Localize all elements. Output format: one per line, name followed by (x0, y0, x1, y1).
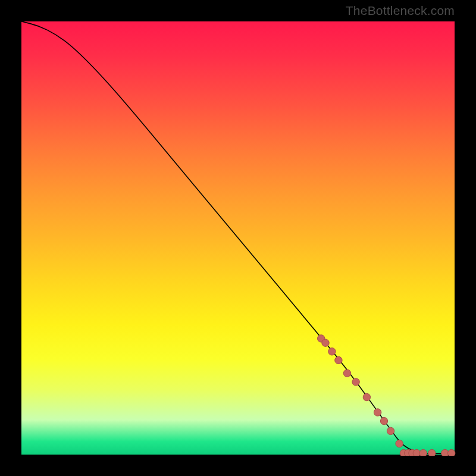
data-point (400, 449, 407, 456)
data-point (328, 348, 336, 355)
data-point (374, 409, 381, 416)
data-point (413, 449, 420, 456)
bottleneck-curve (21, 21, 456, 453)
data-points (318, 335, 455, 456)
plot-area (21, 21, 455, 455)
data-point (363, 393, 370, 400)
data-point (322, 339, 329, 346)
watermark-text: TheBottleneck.com (346, 4, 455, 18)
data-point (409, 449, 416, 456)
data-point (387, 427, 394, 434)
data-point (335, 356, 342, 364)
data-point (428, 449, 436, 456)
data-point (343, 369, 350, 377)
chart-svg (21, 21, 456, 456)
chart-frame: TheBottleneck.com (0, 0, 476, 476)
data-point (448, 449, 455, 456)
data-point (441, 449, 449, 456)
data-point (352, 378, 359, 386)
data-point (318, 335, 325, 342)
data-point (396, 440, 403, 447)
data-point (380, 417, 387, 424)
data-point (405, 449, 412, 456)
data-point (419, 449, 427, 456)
